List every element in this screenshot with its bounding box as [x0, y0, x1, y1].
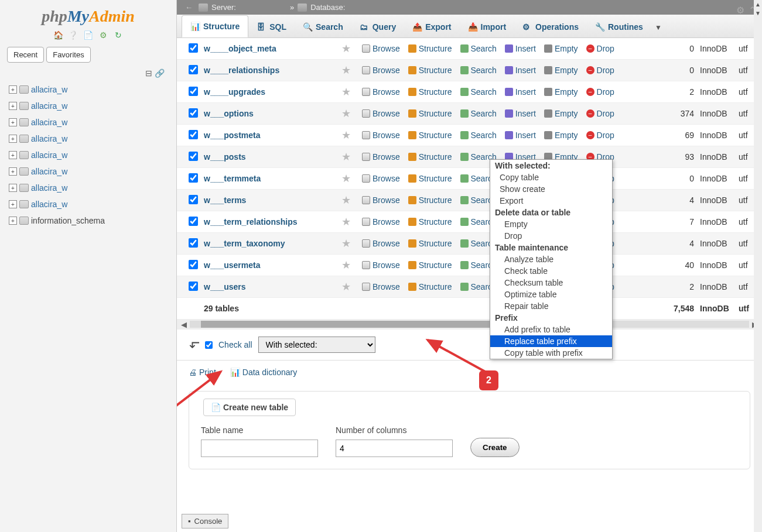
ctx-analyze[interactable]: Analyze table	[490, 253, 612, 265]
expand-icon[interactable]: +	[9, 184, 17, 192]
browse-link[interactable]: Browse	[358, 131, 404, 140]
structure-link[interactable]: Structure	[404, 152, 456, 162]
expand-icon[interactable]: +	[9, 151, 17, 159]
structure-link[interactable]: Structure	[404, 260, 456, 270]
row-checkbox[interactable]	[189, 195, 198, 204]
structure-link[interactable]: Structure	[404, 174, 456, 183]
data-dictionary-link[interactable]: 📊 Data dictionary	[230, 368, 297, 377]
ctx-drop[interactable]: Drop	[490, 230, 612, 242]
structure-link[interactable]: Structure	[404, 109, 456, 118]
insert-link[interactable]: Insert	[501, 66, 540, 75]
browse-link[interactable]: Browse	[358, 195, 404, 205]
row-checkbox[interactable]	[189, 238, 198, 248]
browse-link[interactable]: Browse	[358, 109, 404, 118]
structure-link[interactable]: Structure	[404, 195, 456, 205]
page-settings-icon[interactable]: ⚙	[736, 5, 744, 16]
favorite-star-icon[interactable]: ★	[341, 150, 358, 163]
db-tree-item[interactable]: +allacira_w	[7, 180, 169, 196]
settings-icon[interactable]: ⚙	[98, 30, 108, 41]
ctx-show-create[interactable]: Show create	[490, 183, 612, 195]
browse-link[interactable]: Browse	[358, 152, 404, 162]
row-checkbox[interactable]	[189, 217, 198, 226]
expand-icon[interactable]: +	[9, 167, 17, 176]
empty-link[interactable]: Empty	[540, 87, 582, 97]
recent-button[interactable]: Recent	[7, 47, 44, 63]
tab-search[interactable]: 🔍Search	[295, 16, 351, 37]
expand-icon[interactable]: +	[9, 217, 17, 225]
create-button[interactable]: Create	[470, 438, 520, 457]
ctx-add-prefix[interactable]: Add prefix to table	[490, 324, 612, 335]
drop-link[interactable]: –Drop	[582, 66, 619, 75]
tab-operations[interactable]: ⚙Operations	[514, 16, 587, 37]
table-name-link[interactable]: w___users	[204, 282, 341, 291]
ctx-export[interactable]: Export	[490, 195, 612, 207]
insert-link[interactable]: Insert	[501, 131, 540, 140]
db-tree-item[interactable]: +allacira_w	[7, 81, 169, 98]
vertical-scrollbar[interactable]: ▲ ▼	[754, 0, 762, 532]
browse-link[interactable]: Browse	[358, 260, 404, 270]
expand-icon[interactable]: +	[9, 200, 17, 208]
empty-link[interactable]: Empty	[540, 131, 582, 140]
favorite-star-icon[interactable]: ★	[341, 280, 358, 293]
tab-import[interactable]: 📥Import	[460, 16, 515, 37]
structure-link[interactable]: Structure	[404, 282, 456, 291]
structure-link[interactable]: Structure	[404, 87, 456, 97]
console-bar[interactable]: ▪ Console	[182, 514, 228, 528]
row-checkbox[interactable]	[189, 282, 198, 291]
drop-link[interactable]: –Drop	[582, 131, 619, 140]
db-tree-item[interactable]: +information_schema	[7, 212, 169, 229]
favorite-star-icon[interactable]: ★	[341, 172, 358, 185]
structure-link[interactable]: Structure	[404, 239, 456, 248]
empty-link[interactable]: Empty	[540, 44, 582, 53]
search-link[interactable]: Search	[456, 44, 501, 53]
browse-link[interactable]: Browse	[358, 66, 404, 75]
favorite-star-icon[interactable]: ★	[341, 107, 358, 120]
db-tree-item[interactable]: +allacira_w	[7, 131, 169, 147]
browse-link[interactable]: Browse	[358, 239, 404, 248]
docs-icon[interactable]: 📄	[83, 30, 94, 41]
browse-link[interactable]: Browse	[358, 87, 404, 97]
insert-link[interactable]: Insert	[501, 87, 540, 97]
tab-query[interactable]: 🗂Query	[351, 16, 404, 37]
empty-link[interactable]: Empty	[540, 109, 582, 118]
columns-input[interactable]	[336, 440, 453, 457]
search-link[interactable]: Search	[456, 87, 501, 97]
drop-link[interactable]: –Drop	[582, 109, 619, 118]
ctx-checksum[interactable]: Checksum table	[490, 277, 612, 289]
favorite-star-icon[interactable]: ★	[341, 64, 358, 77]
row-checkbox[interactable]	[189, 130, 198, 139]
drop-link[interactable]: –Drop	[582, 87, 619, 97]
insert-link[interactable]: Insert	[501, 109, 540, 118]
row-checkbox[interactable]	[189, 173, 198, 183]
favorite-star-icon[interactable]: ★	[341, 215, 358, 228]
table-name-link[interactable]: w___postmeta	[204, 131, 341, 140]
browse-link[interactable]: Browse	[358, 217, 404, 226]
db-tree-item[interactable]: +allacira_w	[7, 98, 169, 114]
ctx-empty[interactable]: Empty	[490, 218, 612, 230]
favorite-star-icon[interactable]: ★	[341, 259, 358, 272]
collapse-icon[interactable]: ⊟	[145, 68, 152, 78]
search-link[interactable]: Search	[456, 131, 501, 140]
empty-link[interactable]: Empty	[540, 66, 582, 75]
row-checkbox[interactable]	[189, 152, 198, 161]
expand-icon[interactable]: +	[9, 102, 17, 110]
with-selected-dropdown[interactable]: With selected:	[258, 337, 375, 353]
favorite-star-icon[interactable]: ★	[341, 85, 358, 98]
structure-link[interactable]: Structure	[404, 131, 456, 140]
tab-structure[interactable]: 📊Structure	[182, 15, 248, 37]
check-all-label[interactable]: Check all	[218, 340, 252, 349]
favorite-star-icon[interactable]: ★	[341, 129, 358, 142]
table-name-link[interactable]: w___terms	[204, 195, 341, 205]
ctx-check[interactable]: Check table	[490, 265, 612, 277]
horizontal-scrollbar[interactable]: ◀ ▶	[177, 319, 762, 330]
row-checkbox[interactable]	[189, 108, 198, 118]
table-name-input[interactable]	[201, 440, 318, 457]
back-arrow-icon[interactable]: ←	[183, 3, 195, 12]
favorite-star-icon[interactable]: ★	[341, 42, 358, 55]
drop-link[interactable]: –Drop	[582, 44, 619, 53]
db-tree-item[interactable]: +allacira_w	[7, 196, 169, 212]
home-icon[interactable]: 🏠	[53, 30, 63, 41]
ctx-repair[interactable]: Repair table	[490, 300, 612, 312]
expand-icon[interactable]: +	[9, 85, 17, 94]
table-name-link[interactable]: w___termmeta	[204, 174, 341, 183]
